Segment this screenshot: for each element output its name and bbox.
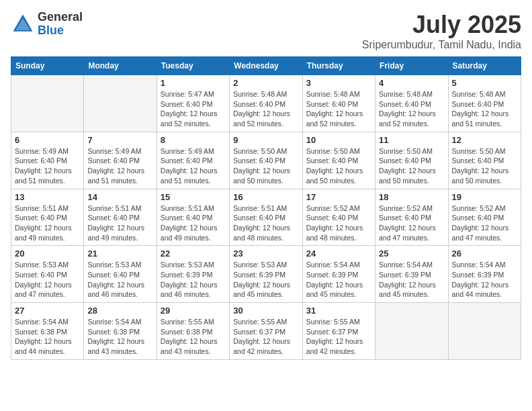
day-number: 18 [379, 192, 444, 202]
day-info: Sunrise: 5:53 AM Sunset: 6:40 PM Dayligh… [87, 260, 152, 300]
calendar-cell: 1Sunrise: 5:47 AM Sunset: 6:40 PM Daylig… [157, 75, 229, 132]
day-info: Sunrise: 5:50 AM Sunset: 6:40 PM Dayligh… [306, 146, 371, 186]
day-number: 12 [452, 135, 517, 145]
calendar-cell: 8Sunrise: 5:49 AM Sunset: 6:40 PM Daylig… [157, 132, 229, 189]
day-number: 21 [87, 248, 152, 259]
day-info: Sunrise: 5:54 AM Sunset: 6:39 PM Dayligh… [306, 260, 371, 300]
calendar-cell: 26Sunrise: 5:54 AM Sunset: 6:39 PM Dayli… [448, 246, 521, 303]
day-info: Sunrise: 5:51 AM Sunset: 6:40 PM Dayligh… [233, 203, 298, 243]
day-info: Sunrise: 5:48 AM Sunset: 6:40 PM Dayligh… [452, 89, 517, 129]
day-number: 9 [233, 135, 298, 145]
title-block: July 2025 Sriperumbudur, Tamil Nadu, Ind… [362, 11, 521, 51]
day-number: 28 [87, 306, 152, 316]
logo-icon [11, 12, 35, 36]
calendar-cell: 14Sunrise: 5:51 AM Sunset: 6:40 PM Dayli… [84, 189, 157, 246]
calendar-cell: 5Sunrise: 5:48 AM Sunset: 6:40 PM Daylig… [448, 75, 521, 132]
day-number: 3 [306, 78, 371, 88]
weekday-header: Wednesday [230, 57, 302, 75]
day-info: Sunrise: 5:49 AM Sunset: 6:40 PM Dayligh… [87, 146, 152, 186]
calendar-week-row: 6Sunrise: 5:49 AM Sunset: 6:40 PM Daylig… [11, 132, 521, 189]
day-info: Sunrise: 5:54 AM Sunset: 6:39 PM Dayligh… [379, 260, 444, 300]
calendar-cell: 30Sunrise: 5:55 AM Sunset: 6:37 PM Dayli… [230, 303, 302, 360]
calendar-cell: 7Sunrise: 5:49 AM Sunset: 6:40 PM Daylig… [84, 132, 157, 189]
calendar-cell: 23Sunrise: 5:53 AM Sunset: 6:39 PM Dayli… [230, 246, 302, 303]
page-header: General Blue July 2025 Sriperumbudur, Ta… [11, 11, 521, 51]
day-number: 29 [161, 306, 226, 316]
calendar-cell: 21Sunrise: 5:53 AM Sunset: 6:40 PM Dayli… [84, 246, 157, 303]
day-number: 6 [15, 135, 80, 145]
day-number: 24 [306, 248, 371, 259]
day-number: 8 [161, 135, 226, 145]
weekday-header: Thursday [302, 57, 375, 75]
day-info: Sunrise: 5:47 AM Sunset: 6:40 PM Dayligh… [161, 89, 226, 129]
day-info: Sunrise: 5:51 AM Sunset: 6:40 PM Dayligh… [87, 203, 152, 243]
logo: General Blue [11, 11, 83, 38]
day-number: 11 [379, 135, 444, 145]
calendar-cell: 2Sunrise: 5:48 AM Sunset: 6:40 PM Daylig… [230, 75, 302, 132]
location: Sriperumbudur, Tamil Nadu, India [362, 39, 521, 51]
day-number: 14 [87, 192, 152, 202]
weekday-header: Friday [375, 57, 448, 75]
day-number: 25 [379, 248, 444, 259]
calendar-cell: 24Sunrise: 5:54 AM Sunset: 6:39 PM Dayli… [302, 246, 375, 303]
day-info: Sunrise: 5:53 AM Sunset: 6:39 PM Dayligh… [161, 260, 226, 300]
day-info: Sunrise: 5:52 AM Sunset: 6:40 PM Dayligh… [379, 203, 444, 243]
day-number: 10 [306, 135, 371, 145]
day-info: Sunrise: 5:54 AM Sunset: 6:38 PM Dayligh… [87, 317, 152, 357]
calendar-cell: 13Sunrise: 5:51 AM Sunset: 6:40 PM Dayli… [11, 189, 84, 246]
day-info: Sunrise: 5:48 AM Sunset: 6:40 PM Dayligh… [306, 89, 371, 129]
day-number: 26 [452, 248, 517, 259]
day-info: Sunrise: 5:55 AM Sunset: 6:37 PM Dayligh… [233, 317, 298, 357]
day-number: 19 [452, 192, 517, 202]
day-info: Sunrise: 5:54 AM Sunset: 6:39 PM Dayligh… [452, 260, 517, 300]
calendar-cell: 15Sunrise: 5:51 AM Sunset: 6:40 PM Dayli… [157, 189, 229, 246]
calendar-cell: 25Sunrise: 5:54 AM Sunset: 6:39 PM Dayli… [375, 246, 448, 303]
day-info: Sunrise: 5:52 AM Sunset: 6:40 PM Dayligh… [306, 203, 371, 243]
calendar-cell: 29Sunrise: 5:55 AM Sunset: 6:38 PM Dayli… [157, 303, 229, 360]
day-number: 7 [87, 135, 152, 145]
day-number: 30 [233, 306, 298, 316]
day-number: 2 [233, 78, 298, 88]
calendar-week-row: 27Sunrise: 5:54 AM Sunset: 6:38 PM Dayli… [11, 303, 521, 360]
calendar-cell: 31Sunrise: 5:55 AM Sunset: 6:37 PM Dayli… [302, 303, 375, 360]
day-info: Sunrise: 5:55 AM Sunset: 6:37 PM Dayligh… [306, 317, 371, 357]
day-number: 23 [233, 248, 298, 259]
logo-text: General Blue [38, 11, 83, 38]
calendar-cell [11, 75, 84, 132]
day-info: Sunrise: 5:50 AM Sunset: 6:40 PM Dayligh… [233, 146, 298, 186]
day-number: 31 [306, 306, 371, 316]
calendar-cell: 22Sunrise: 5:53 AM Sunset: 6:39 PM Dayli… [157, 246, 229, 303]
calendar-cell [375, 303, 448, 360]
calendar-table: SundayMondayTuesdayWednesdayThursdayFrid… [11, 56, 521, 360]
calendar-cell: 20Sunrise: 5:53 AM Sunset: 6:40 PM Dayli… [11, 246, 84, 303]
day-info: Sunrise: 5:50 AM Sunset: 6:40 PM Dayligh… [452, 146, 517, 186]
calendar-cell: 27Sunrise: 5:54 AM Sunset: 6:38 PM Dayli… [11, 303, 84, 360]
calendar-week-row: 1Sunrise: 5:47 AM Sunset: 6:40 PM Daylig… [11, 75, 521, 132]
weekday-header: Monday [84, 57, 157, 75]
day-info: Sunrise: 5:52 AM Sunset: 6:40 PM Dayligh… [452, 203, 517, 243]
day-number: 22 [161, 248, 226, 259]
day-number: 17 [306, 192, 371, 202]
calendar-cell [84, 75, 157, 132]
day-info: Sunrise: 5:53 AM Sunset: 6:39 PM Dayligh… [233, 260, 298, 300]
calendar-cell: 28Sunrise: 5:54 AM Sunset: 6:38 PM Dayli… [84, 303, 157, 360]
day-info: Sunrise: 5:50 AM Sunset: 6:40 PM Dayligh… [379, 146, 444, 186]
calendar-cell: 18Sunrise: 5:52 AM Sunset: 6:40 PM Dayli… [375, 189, 448, 246]
day-number: 27 [15, 306, 80, 316]
day-info: Sunrise: 5:54 AM Sunset: 6:38 PM Dayligh… [15, 317, 80, 357]
calendar-cell: 9Sunrise: 5:50 AM Sunset: 6:40 PM Daylig… [230, 132, 302, 189]
calendar-cell: 6Sunrise: 5:49 AM Sunset: 6:40 PM Daylig… [11, 132, 84, 189]
day-number: 4 [379, 78, 444, 88]
calendar-week-row: 13Sunrise: 5:51 AM Sunset: 6:40 PM Dayli… [11, 189, 521, 246]
day-info: Sunrise: 5:48 AM Sunset: 6:40 PM Dayligh… [233, 89, 298, 129]
day-info: Sunrise: 5:55 AM Sunset: 6:38 PM Dayligh… [161, 317, 226, 357]
logo-general: General [38, 11, 83, 24]
day-number: 5 [452, 78, 517, 88]
calendar-cell: 16Sunrise: 5:51 AM Sunset: 6:40 PM Dayli… [230, 189, 302, 246]
day-number: 16 [233, 192, 298, 202]
day-number: 13 [15, 192, 80, 202]
day-info: Sunrise: 5:48 AM Sunset: 6:40 PM Dayligh… [379, 89, 444, 129]
weekday-header: Sunday [11, 57, 84, 75]
calendar-header-row: SundayMondayTuesdayWednesdayThursdayFrid… [11, 57, 521, 75]
calendar-cell: 3Sunrise: 5:48 AM Sunset: 6:40 PM Daylig… [302, 75, 375, 132]
